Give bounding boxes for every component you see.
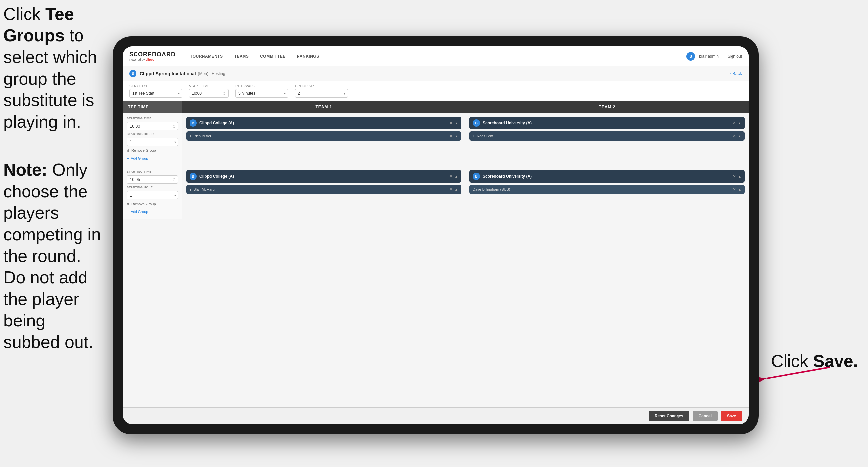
player-name-1-2: 1. Rees Britt bbox=[473, 134, 730, 138]
hole-select-wrap-1: 1 bbox=[127, 138, 178, 146]
save-button[interactable]: Save bbox=[721, 411, 742, 421]
team-remove-x-1-2[interactable]: ✕ bbox=[733, 121, 736, 125]
player-chevron-1-1[interactable]: ▲ bbox=[455, 134, 458, 138]
player-card-1-1[interactable]: 1. Rich Butler ✕ ▲ bbox=[186, 131, 461, 141]
group-size-field: Group Size 2 bbox=[295, 84, 348, 98]
start-time-field: Start Time bbox=[189, 84, 228, 98]
team-card-2-2[interactable]: B Scoreboard University (A) ✕ ▲ bbox=[469, 170, 745, 183]
team-remove-x-1-1[interactable]: ✕ bbox=[449, 121, 453, 125]
team-chevron-1-1[interactable]: ▲ bbox=[455, 121, 458, 125]
team-remove-x-2-1[interactable]: ✕ bbox=[449, 174, 453, 179]
cancel-button[interactable]: Cancel bbox=[693, 411, 718, 421]
team-chevron-2-2[interactable]: ▲ bbox=[738, 175, 741, 178]
team-chevron-1-2[interactable]: ▲ bbox=[738, 121, 741, 125]
player-chevron-2-1[interactable]: ▲ bbox=[455, 187, 458, 191]
player-chevron-2-2[interactable]: ▲ bbox=[738, 187, 741, 191]
intervals-select-wrap: 5 Minutes bbox=[235, 89, 288, 98]
player-remove-x-2-2[interactable]: ✕ bbox=[733, 187, 736, 192]
click-save-prefix: Click bbox=[771, 351, 813, 371]
remove-group-button-2[interactable]: Remove Group bbox=[127, 201, 178, 206]
player-remove-x-1-2[interactable]: ✕ bbox=[733, 134, 736, 138]
player-chevron-1-2[interactable]: ▲ bbox=[738, 134, 741, 138]
user-avatar: B bbox=[686, 52, 695, 61]
clock-icon-1: ⏱ bbox=[172, 124, 176, 128]
start-type-select-wrap: 1st Tee Start bbox=[129, 89, 182, 98]
player-remove-x-2-1[interactable]: ✕ bbox=[449, 187, 453, 192]
start-type-select[interactable]: 1st Tee Start bbox=[129, 89, 182, 98]
sub-header: B Clippd Spring Invitational (Men) Hosti… bbox=[123, 66, 749, 81]
team-name-1-1: Clippd College (A) bbox=[199, 121, 446, 125]
team-icon-1-1: B bbox=[189, 119, 197, 126]
intervals-label: Intervals bbox=[235, 84, 288, 88]
team-name-1-2: Scoreboard University (A) bbox=[483, 121, 730, 125]
start-time-label: Start Time bbox=[189, 84, 228, 88]
add-group-button-1[interactable]: Add Group bbox=[127, 155, 178, 162]
group-size-select-wrap: 2 bbox=[295, 89, 348, 98]
starting-time-label-1: STARTING TIME: bbox=[127, 117, 178, 120]
add-group-button-2[interactable]: Add Group bbox=[127, 208, 178, 215]
settings-row: Start Type 1st Tee Start Start Time Inte… bbox=[123, 81, 749, 101]
start-time-input[interactable] bbox=[189, 89, 228, 98]
logo-area: SCOREBOARD Powered by clippd bbox=[129, 51, 176, 61]
intervals-field: Intervals 5 Minutes bbox=[235, 84, 288, 98]
intervals-select[interactable]: 5 Minutes bbox=[235, 89, 288, 98]
time-input-1[interactable] bbox=[127, 122, 178, 130]
remove-group-button-1[interactable]: Remove Group bbox=[127, 148, 178, 153]
clock-icon-2: ⏱ bbox=[172, 178, 176, 182]
back-button[interactable]: ‹ Back bbox=[730, 71, 742, 76]
player-actions-2-1: ✕ ▲ bbox=[449, 187, 458, 192]
note-instruction: Note: Only choose the players competing … bbox=[3, 159, 106, 353]
hole-select-1[interactable]: 1 bbox=[127, 138, 178, 146]
click-save-instruction: Click Save. bbox=[771, 351, 858, 371]
navbar: SCOREBOARD Powered by clippd TOURNAMENTS… bbox=[123, 47, 749, 66]
player-remove-x-1-1[interactable]: ✕ bbox=[449, 134, 453, 138]
starting-time-label-2: STARTING TIME: bbox=[127, 170, 178, 173]
sub-header-logo: B bbox=[129, 70, 136, 77]
starting-hole-label-2: STARTING HOLE: bbox=[127, 185, 178, 189]
team-card-2-1[interactable]: B Clippd College (A) ✕ ▲ bbox=[186, 170, 461, 183]
hole-select-wrap-2: 1 bbox=[127, 191, 178, 199]
player-name-2-1: 2. Blair McHarg bbox=[189, 187, 446, 191]
hole-select-2[interactable]: 1 bbox=[127, 191, 178, 199]
time-input-wrap-1: ⏱ bbox=[127, 122, 178, 130]
reset-changes-button[interactable]: Reset Changes bbox=[649, 411, 689, 421]
col-tee-time: Tee Time bbox=[123, 101, 182, 113]
player-actions-1-2: ✕ ▲ bbox=[733, 134, 741, 138]
click-save-bold: Save. bbox=[813, 351, 858, 371]
team-chevron-2-1[interactable]: ▲ bbox=[455, 175, 458, 178]
group-size-select[interactable]: 2 bbox=[295, 89, 348, 98]
team-card-1-2[interactable]: B Scoreboard University (A) ✕ ▲ bbox=[469, 117, 745, 129]
team-card-1-1[interactable]: B Clippd College (A) ✕ ▲ bbox=[186, 117, 461, 129]
nav-links: TOURNAMENTS TEAMS COMMITTEE RANKINGS bbox=[186, 52, 324, 61]
team-remove-x-2-2[interactable]: ✕ bbox=[733, 174, 736, 179]
player-card-2-1[interactable]: 2. Blair McHarg ✕ ▲ bbox=[186, 185, 461, 194]
player-card-1-2[interactable]: 1. Rees Britt ✕ ▲ bbox=[469, 131, 745, 141]
tablet-screen: SCOREBOARD Powered by clippd TOURNAMENTS… bbox=[123, 47, 749, 424]
player-card-2-2[interactable]: Dave Billingham (SUB) ✕ ▲ bbox=[469, 185, 745, 194]
user-name: blair admin bbox=[699, 54, 719, 59]
nav-tournaments[interactable]: TOURNAMENTS bbox=[186, 52, 227, 61]
logo-powered: Powered by clippd bbox=[129, 58, 176, 61]
note-bold-label: Note: bbox=[3, 160, 52, 179]
time-input-2[interactable] bbox=[127, 175, 178, 184]
nav-rankings[interactable]: RANKINGS bbox=[292, 52, 324, 61]
start-time-input-wrap bbox=[189, 89, 228, 98]
action-bar: Reset Changes Cancel Save bbox=[123, 407, 749, 424]
nav-right: B blair admin | Sign out bbox=[686, 52, 742, 61]
main-instruction: Click Tee Groups to select which group t… bbox=[3, 3, 106, 133]
sign-out-link[interactable]: Sign out bbox=[727, 54, 742, 59]
nav-committee[interactable]: COMMITTEE bbox=[255, 52, 290, 61]
team-card-actions-1-1: ✕ ▲ bbox=[449, 121, 458, 125]
player-name-2-2: Dave Billingham (SUB) bbox=[473, 187, 730, 191]
group-2-team1: B Clippd College (A) ✕ ▲ 2. Blair McHarg… bbox=[182, 166, 465, 219]
team-card-actions-2-2: ✕ ▲ bbox=[733, 174, 741, 179]
nav-teams[interactable]: TEAMS bbox=[229, 52, 254, 61]
logo-clippd: clippd bbox=[146, 58, 155, 61]
tournament-name: Clippd Spring Invitational bbox=[140, 71, 196, 76]
start-type-label: Start Type bbox=[129, 84, 182, 88]
start-type-field: Start Type 1st Tee Start bbox=[129, 84, 182, 98]
team-name-2-2: Scoreboard University (A) bbox=[483, 174, 730, 179]
team-card-actions-2-1: ✕ ▲ bbox=[449, 174, 458, 179]
nav-separator: | bbox=[722, 54, 723, 59]
col-team2: Team 2 bbox=[465, 101, 749, 113]
